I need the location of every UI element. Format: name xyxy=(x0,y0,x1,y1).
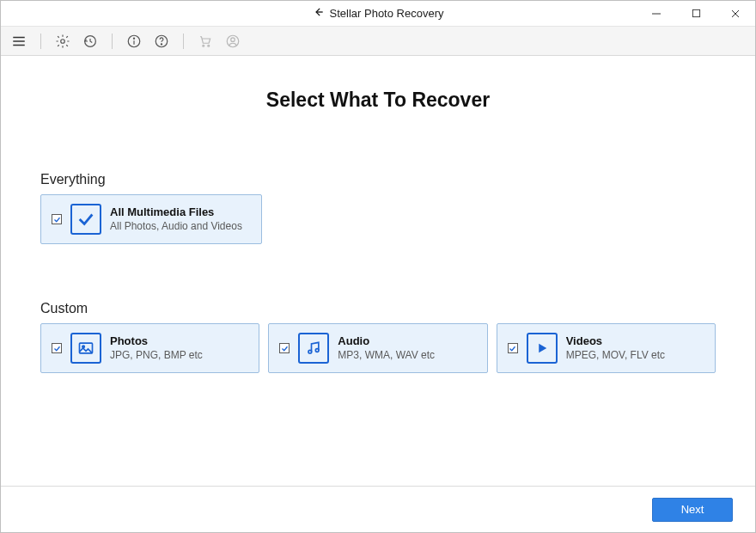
card-audio[interactable]: Audio MP3, WMA, WAV etc xyxy=(268,323,487,373)
card-title: Photos xyxy=(110,334,203,348)
card-sub: MPEG, MOV, FLV etc xyxy=(566,349,665,362)
window-controls xyxy=(637,1,755,26)
back-arrow-icon xyxy=(313,6,325,21)
separator xyxy=(112,34,113,49)
minimize-button[interactable] xyxy=(637,1,676,26)
help-icon[interactable] xyxy=(152,32,171,51)
cart-icon[interactable] xyxy=(196,32,215,51)
content-area: Select What To Recover Everything All Mu… xyxy=(1,56,755,486)
card-title: Audio xyxy=(338,334,435,348)
user-icon[interactable] xyxy=(223,32,242,51)
separator xyxy=(40,34,41,49)
section-label-custom: Custom xyxy=(40,301,716,316)
card-text: Audio MP3, WMA, WAV etc xyxy=(338,334,435,361)
svg-point-21 xyxy=(316,349,320,352)
card-sub: MP3, WMA, WAV etc xyxy=(338,349,435,362)
card-title: All Multimedia Files xyxy=(110,205,242,219)
play-icon xyxy=(527,333,558,364)
svg-point-15 xyxy=(208,45,210,46)
svg-rect-1 xyxy=(692,9,699,16)
checkbox[interactable] xyxy=(52,214,62,224)
card-sub: JPG, PNG, BMP etc xyxy=(110,349,203,362)
svg-point-20 xyxy=(308,350,312,353)
svg-point-19 xyxy=(82,346,85,348)
image-icon xyxy=(70,333,101,364)
card-text: All Multimedia Files All Photos, Audio a… xyxy=(110,205,242,232)
menu-icon[interactable] xyxy=(9,32,28,51)
svg-point-13 xyxy=(161,43,162,44)
history-icon[interactable] xyxy=(81,32,100,51)
separator xyxy=(183,34,184,49)
next-button[interactable]: Next xyxy=(652,498,733,522)
checkbox[interactable] xyxy=(52,343,62,353)
card-text: Videos MPEG, MOV, FLV etc xyxy=(566,334,665,361)
svg-point-7 xyxy=(61,39,65,43)
card-photos[interactable]: Photos JPG, PNG, BMP etc xyxy=(40,323,259,373)
card-text: Photos JPG, PNG, BMP etc xyxy=(110,334,203,361)
checkbox[interactable] xyxy=(508,343,518,353)
svg-point-17 xyxy=(231,37,235,41)
app-title: Stellar Photo Recovery xyxy=(330,7,444,20)
section-label-everything: Everything xyxy=(40,172,716,187)
svg-marker-22 xyxy=(539,344,546,353)
checkmark-icon xyxy=(70,204,101,235)
everything-row: All Multimedia Files All Photos, Audio a… xyxy=(40,194,716,244)
spacer xyxy=(40,244,716,301)
card-all-multimedia[interactable]: All Multimedia Files All Photos, Audio a… xyxy=(40,194,262,244)
app-window: Stellar Photo Recovery xyxy=(0,0,756,533)
footer: Next xyxy=(1,486,755,532)
music-icon xyxy=(298,333,329,364)
titlebar: Stellar Photo Recovery xyxy=(1,1,755,27)
card-videos[interactable]: Videos MPEG, MOV, FLV etc xyxy=(497,323,716,373)
page-heading: Select What To Recover xyxy=(40,89,716,112)
checkbox[interactable] xyxy=(279,343,290,353)
info-icon[interactable] xyxy=(125,32,143,51)
toolbar xyxy=(1,27,755,56)
close-button[interactable] xyxy=(716,1,755,26)
svg-point-11 xyxy=(133,38,134,39)
card-title: Videos xyxy=(566,334,665,348)
svg-point-14 xyxy=(203,45,204,46)
custom-row: Photos JPG, PNG, BMP etc Audio MP3, WMA,… xyxy=(40,323,716,373)
card-sub: All Photos, Audio and Videos xyxy=(110,220,242,233)
gear-icon[interactable] xyxy=(53,32,72,51)
maximize-button[interactable] xyxy=(676,1,716,26)
